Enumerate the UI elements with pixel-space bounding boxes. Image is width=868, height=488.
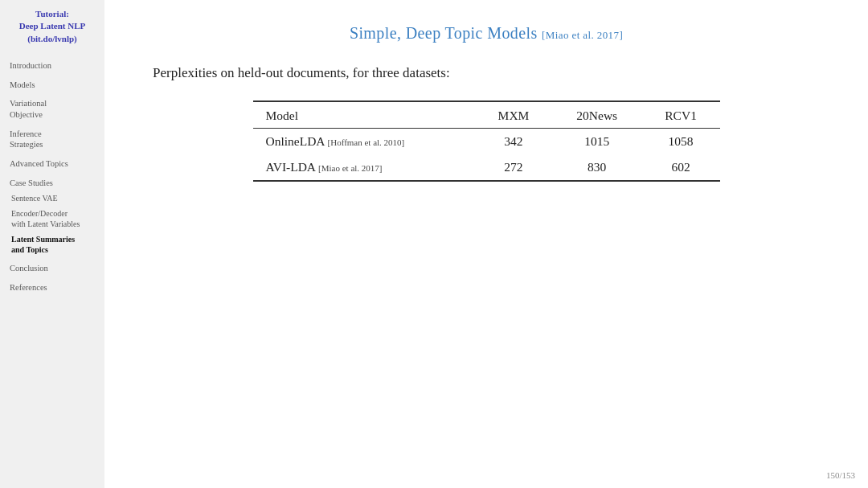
table-row: OnlineLDA [Hoffman et al. 2010] 342 1015… [253,129,720,155]
cell-onlinelda-rcv1: 1058 [642,129,720,155]
col-header-20news: 20News [552,101,642,129]
sidebar-item-introduction[interactable]: Introduction [6,58,98,74]
sidebar: Tutorial: Deep Latent NLP (bit.do/lvnlp)… [0,0,104,488]
slide-title: Simple, Deep Topic Models [Miao et al. 2… [153,24,820,43]
col-header-mxm: MXM [475,101,552,129]
sidebar-title: Tutorial: Deep Latent NLP (bit.do/lvnlp) [6,8,98,45]
sidebar-item-sentence-vae[interactable]: Sentence VAE [6,191,98,206]
cell-onlinelda-20news: 1015 [552,129,642,155]
sidebar-item-models[interactable]: Models [6,77,98,93]
col-header-model: Model [253,101,476,129]
col-header-rcv1: RCV1 [642,101,720,129]
sidebar-item-inference-strategies[interactable]: InferenceStrategies [6,126,98,153]
cell-onlinelda-mxm: 342 [475,129,552,155]
sidebar-item-conclusion[interactable]: Conclusion [6,260,98,277]
sidebar-item-references[interactable]: References [6,280,98,296]
model-onlinelda: OnlineLDA [Hoffman et al. 2010] [253,129,476,155]
sidebar-item-latent-summaries[interactable]: Latent Summariesand Topics [6,232,98,257]
sidebar-item-advanced-topics[interactable]: Advanced Topics [6,156,98,172]
comparison-table: Model MXM 20News RCV1 OnlineLDA [Hoffman… [253,100,720,182]
cell-avilda-mxm: 272 [475,154,552,181]
cell-avilda-rcv1: 602 [642,154,720,181]
sidebar-item-variational-objective[interactable]: VariationalObjective [6,96,98,122]
slide-subtitle: Perplexities on held-out documents, for … [153,65,820,81]
sidebar-item-encoder-decoder[interactable]: Encoder/Decoderwith Latent Variables [6,206,98,232]
main-content: Simple, Deep Topic Models [Miao et al. 2… [104,0,868,488]
page-number: 150/153 [826,470,855,480]
model-avilda: AVI-LDA [Miao et al. 2017] [253,154,476,181]
table-row: AVI-LDA [Miao et al. 2017] 272 830 602 [253,154,720,181]
sidebar-item-case-studies[interactable]: Case Studies [6,175,98,191]
cell-avilda-20news: 830 [552,154,642,181]
